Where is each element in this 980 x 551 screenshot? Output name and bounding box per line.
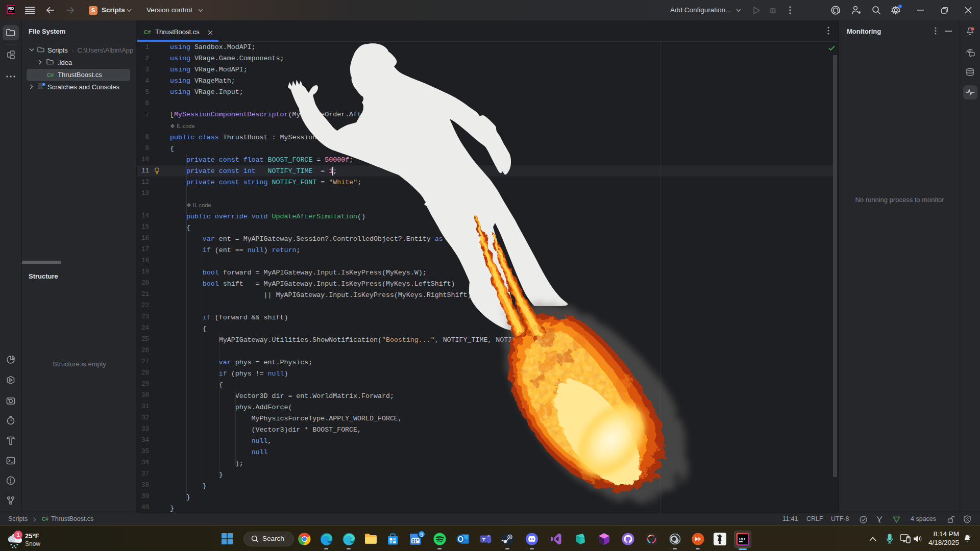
svg-text:RD: RD (739, 537, 745, 541)
svg-text:z: z (969, 535, 971, 538)
svg-text:T: T (482, 537, 485, 542)
